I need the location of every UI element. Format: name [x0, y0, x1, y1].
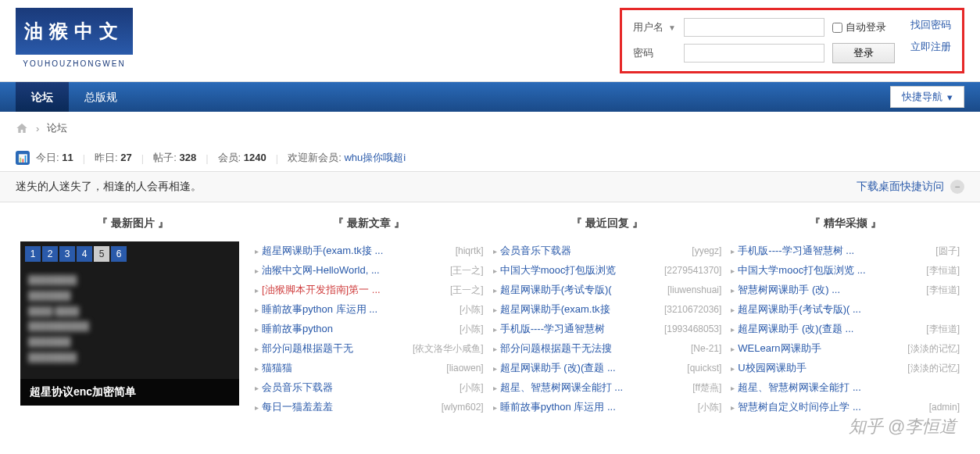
list-item-title[interactable]: 油猴中文网-HelloWorld, ...: [262, 263, 450, 277]
breadcrumb-forum[interactable]: 论坛: [47, 121, 67, 135]
list-item[interactable]: ▸部分问题根据题干无法搜[Ne-21]: [493, 339, 722, 359]
list-item[interactable]: ▸智慧树网课助手 (改) ...[李恒道]: [731, 281, 960, 300]
list-item[interactable]: ▸[油猴脚本开发指南]第一 ...[王一之]: [255, 281, 484, 300]
login-button[interactable]: 登录: [832, 43, 895, 63]
bullet-icon: ▸: [731, 325, 735, 334]
list-item[interactable]: ▸手机版----学习通智慧树[1993468053]: [493, 320, 722, 339]
list-item-title[interactable]: 超星网课助手(exam.tk接: [500, 302, 664, 316]
list-item-author[interactable]: [小陈]: [460, 381, 484, 395]
list-item-author[interactable]: [小陈]: [460, 323, 484, 336]
list-item-author[interactable]: [ff楚燕]: [692, 381, 721, 395]
list-item-title[interactable]: 中国大学mooc打包版浏览 ...: [738, 263, 926, 277]
list-item[interactable]: ▸智慧树自定义时间停止学 ...[admin]: [731, 398, 960, 417]
list-item[interactable]: ▸超星网课助手(exam.tk接[3210672036]: [493, 300, 722, 320]
list-item[interactable]: ▸睡前故事python 库运用 ...[小陈]: [255, 300, 484, 320]
list-item-author[interactable]: [yyegz]: [692, 245, 721, 256]
list-item-title[interactable]: 超星网课助手(exam.tk接 ...: [262, 244, 456, 258]
list-item-title[interactable]: 超星网课助手 (改)(查题 ...: [500, 361, 688, 375]
list-item-title[interactable]: 睡前故事python 库运用 ...: [262, 302, 460, 316]
list-item-author[interactable]: [圆子]: [935, 245, 960, 258]
list-item-author[interactable]: [liaowen]: [446, 363, 483, 374]
list-item-title[interactable]: U校园网课助手: [738, 361, 907, 375]
nav-forum[interactable]: 论坛: [16, 82, 69, 112]
password-input[interactable]: [684, 44, 824, 63]
list-item[interactable]: ▸WELearn网课助手[淡淡的记忆]: [731, 339, 960, 359]
list-item-title[interactable]: 中国大学mooc打包版浏览: [500, 263, 664, 277]
list-item[interactable]: ▸超星网课助手 (改)(查题 ...[quickst]: [493, 359, 722, 378]
list-item-title[interactable]: 智慧树自定义时间停止学 ...: [738, 400, 928, 414]
list-item-title[interactable]: WELearn网课助手: [738, 341, 907, 356]
list-item-author[interactable]: [hiqrtk]: [456, 245, 484, 256]
list-item[interactable]: ▸睡前故事python 库运用 ...[小陈]: [493, 398, 722, 417]
bullet-icon: ▸: [731, 306, 735, 314]
list-item-title[interactable]: 超星网课助手(考试专版)(: [500, 283, 667, 297]
new-user-link[interactable]: whu操你哦超i: [344, 152, 406, 163]
site-logo[interactable]: 油猴中文 YOUHOUZHONGWEN: [16, 8, 133, 68]
list-item-author[interactable]: [王一之]: [450, 264, 484, 277]
list-item[interactable]: ▸超星网课助手(exam.tk接 ...[hiqrtk]: [255, 241, 484, 261]
list-item[interactable]: ▸睡前故事python[小陈]: [255, 320, 484, 339]
list-item-author[interactable]: [淡淡的记忆]: [907, 342, 960, 356]
download-desktop-link[interactable]: 下载桌面快捷访问: [857, 180, 944, 194]
list-item[interactable]: ▸中国大学mooc打包版浏览 ...[李恒道]: [731, 261, 960, 281]
list-item[interactable]: ▸中国大学mooc打包版浏览[2279541370]: [493, 261, 722, 281]
list-item-title[interactable]: 猫猫猫: [262, 361, 446, 375]
image-preview[interactable]: 123456 ███████████████████ █████████████…: [20, 241, 239, 406]
list-item-author[interactable]: [依文洛华小咸鱼]: [413, 342, 484, 356]
chevron-down-icon[interactable]: ▼: [668, 23, 676, 32]
list-item-author[interactable]: [2279541370]: [664, 265, 721, 276]
list-item[interactable]: ▸超星网课助手(考试专版)( ...: [731, 300, 960, 320]
list-item-author[interactable]: [liuwenshuai]: [667, 284, 721, 295]
list-item-title[interactable]: 超星、智慧树网课全能打 ...: [738, 381, 960, 395]
list-item[interactable]: ▸会员音乐下载器[yyegz]: [493, 241, 722, 261]
list-item-author[interactable]: [李恒道]: [926, 284, 960, 297]
list-item-title[interactable]: [油猴脚本开发指南]第一 ...: [262, 283, 450, 297]
list-item-author[interactable]: [1993468053]: [664, 324, 721, 334]
list-item[interactable]: ▸超星网课助手(考试专版)([liuwenshuai]: [493, 281, 722, 300]
list-item-author[interactable]: [李恒道]: [926, 323, 960, 336]
list-item-title[interactable]: 超星网课助手(考试专版)( ...: [738, 302, 960, 316]
list-item-title[interactable]: 每日一猫羞羞羞: [262, 400, 442, 414]
list-item[interactable]: ▸会员音乐下载器[小陈]: [255, 378, 484, 398]
list-item-title[interactable]: 超星网课助手 (改)(查题 ...: [738, 322, 926, 336]
list-item[interactable]: ▸手机版----学习通智慧树 ...[圆子]: [731, 241, 960, 261]
list-item-title[interactable]: 会员音乐下载器: [500, 244, 692, 258]
list-item-author[interactable]: [Ne-21]: [691, 343, 721, 354]
list-item-author[interactable]: [小陈]: [460, 303, 484, 316]
list-item-author[interactable]: [小陈]: [698, 401, 722, 414]
list-item-author[interactable]: [淡淡的记忆]: [907, 362, 960, 375]
list-item-title[interactable]: 睡前故事python: [262, 322, 460, 336]
list-item-title[interactable]: 手机版----学习通智慧树 ...: [738, 244, 935, 258]
list-item[interactable]: ▸猫猫猫[liaowen]: [255, 359, 484, 378]
list-item-author[interactable]: [李恒道]: [926, 264, 960, 277]
list-item-title[interactable]: 睡前故事python 库运用 ...: [500, 400, 698, 414]
list-item-author[interactable]: [quickst]: [687, 363, 721, 374]
list-item[interactable]: ▸超星、智慧树网课全能打 ...: [731, 378, 960, 398]
list-item-title[interactable]: 超星、智慧树网课全能打 ...: [500, 381, 693, 395]
home-icon[interactable]: [16, 122, 28, 134]
list-item-title[interactable]: 手机版----学习通智慧树: [500, 322, 664, 336]
list-item[interactable]: ▸每日一猫羞羞羞[wlym602]: [255, 398, 484, 417]
list-item[interactable]: ▸超星网课助手 (改)(查题 ...[李恒道]: [731, 320, 960, 339]
collapse-icon[interactable]: −: [950, 180, 964, 194]
auto-login-checkbox[interactable]: [832, 23, 842, 33]
list-item[interactable]: ▸部分问题根据题干无[依文洛华小咸鱼]: [255, 339, 484, 359]
username-input[interactable]: [684, 18, 824, 37]
list-item[interactable]: ▸超星、智慧树网课全能打 ...[ff楚燕]: [493, 378, 722, 398]
list-item-title[interactable]: 会员音乐下载器: [262, 381, 460, 395]
list-item[interactable]: ▸U校园网课助手[淡淡的记忆]: [731, 359, 960, 378]
nav-rules[interactable]: 总版规: [69, 82, 133, 112]
list-item-author[interactable]: [王一之]: [450, 284, 484, 297]
list-item-title[interactable]: 部分问题根据题干无: [262, 341, 413, 356]
list-item-author[interactable]: [wlym602]: [442, 402, 484, 413]
list-item-title[interactable]: 部分问题根据题干无法搜: [500, 341, 691, 356]
list-item-author[interactable]: [admin]: [929, 402, 960, 413]
register-link[interactable]: 立即注册: [910, 40, 951, 54]
col-header-replies: 『 最近回复 』: [493, 210, 722, 241]
quick-nav-button[interactable]: 快捷导航▾: [890, 86, 964, 108]
list-item-title[interactable]: 智慧树网课助手 (改) ...: [738, 283, 926, 297]
forgot-password-link[interactable]: 找回密码: [910, 18, 951, 32]
list-item-author[interactable]: [3210672036]: [664, 304, 721, 315]
auto-login-label: 自动登录: [846, 20, 886, 34]
list-item[interactable]: ▸油猴中文网-HelloWorld, ...[王一之]: [255, 261, 484, 281]
